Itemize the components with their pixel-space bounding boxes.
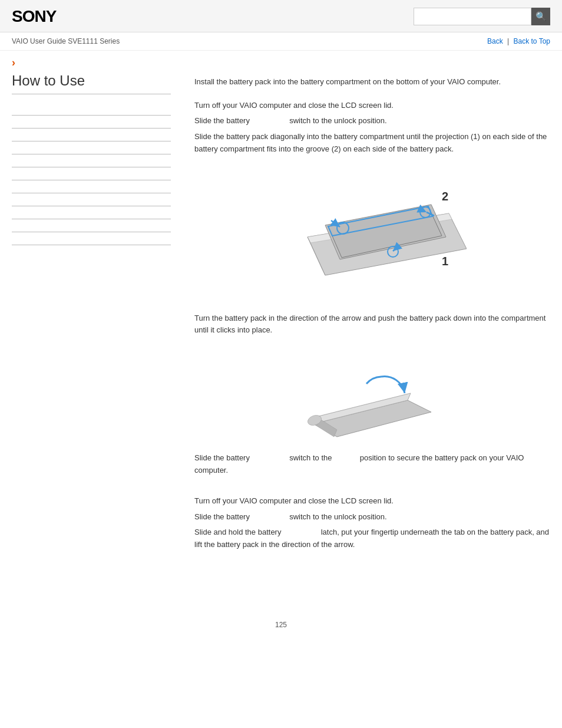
step3-pre: Slide the battery [194,453,250,462]
step3-section: Slide the battery switch to the position… [194,452,550,477]
back-to-top-link[interactable]: Back to Top [514,37,550,45]
search-input[interactable] [414,8,531,25]
search-container: 🔍 [414,8,550,25]
search-button[interactable]: 🔍 [531,8,550,25]
step2-section: Turn the battery pack in the direction o… [194,312,550,337]
list-item[interactable] [12,219,171,232]
page-number: 125 [0,615,562,629]
list-item[interactable] [12,141,171,154]
battery-install-diagram: 2 1 [278,166,467,302]
header: SONY 🔍 [0,0,562,32]
step3-mid: switch to the [289,453,332,462]
step1-line3: Slide the battery pack diagonally into t… [194,131,550,156]
remove-section: Turn off your VAIO computer and close th… [194,495,550,551]
battery-rotate-diagram [284,347,461,442]
list-item[interactable] [12,180,171,193]
back-link[interactable]: Back [487,37,503,45]
main-layout: How to Use Install the battery pack into… [0,73,562,597]
list-item[interactable] [12,232,171,245]
chevron-area: › [0,51,562,73]
section-divider [194,489,550,489]
list-item[interactable] [12,129,171,141]
sidebar: How to Use [0,73,183,574]
breadcrumb: VAIO User Guide SVE1111 Series [12,37,120,45]
svg-text:2: 2 [442,190,448,203]
remove-line2: Slide the battery switch to the unlock p… [194,511,550,523]
step3-line1: Slide the battery switch to the position… [194,452,550,477]
content-area: Install the battery pack into the batter… [183,73,562,574]
remove-line2-pre: Slide the battery [194,512,250,521]
remove-line2-post: switch to the unlock position. [289,512,386,521]
search-icon: 🔍 [535,11,547,22]
step1-line2-pre: Slide the battery [194,116,250,125]
remove-line1: Turn off your VAIO computer and close th… [194,495,550,508]
list-item[interactable] [12,103,171,116]
list-item[interactable] [12,167,171,180]
intro-text: Install the battery pack into the batter… [194,76,550,88]
diagram2-container [194,347,550,442]
step1-line2: Slide the battery switch to the unlock p… [194,115,550,127]
step2-line1: Turn the battery pack in the direction o… [194,312,550,337]
list-item[interactable] [12,116,171,129]
nav-separator: | [507,37,509,45]
step1-section: Turn off your VAIO computer and close th… [194,100,550,156]
nav-bar: VAIO User Guide SVE1111 Series Back | Ba… [0,32,562,51]
sidebar-title: How to Use [12,73,171,94]
list-item[interactable] [12,154,171,167]
svg-text:1: 1 [442,255,448,268]
step1-line2-post: switch to the unlock position. [289,116,386,125]
remove-line3: Slide and hold the battery latch, put yo… [194,526,550,551]
nav-links: Back | Back to Top [487,37,550,45]
step1-line1: Turn off your VAIO computer and close th… [194,100,550,112]
list-item[interactable] [12,206,171,219]
list-item[interactable] [12,193,171,206]
chevron-right-icon: › [12,57,15,68]
sony-logo: SONY [12,7,56,26]
remove-line3-pre: Slide and hold the battery [194,528,281,536]
diagram1-container: 2 1 [194,166,550,302]
